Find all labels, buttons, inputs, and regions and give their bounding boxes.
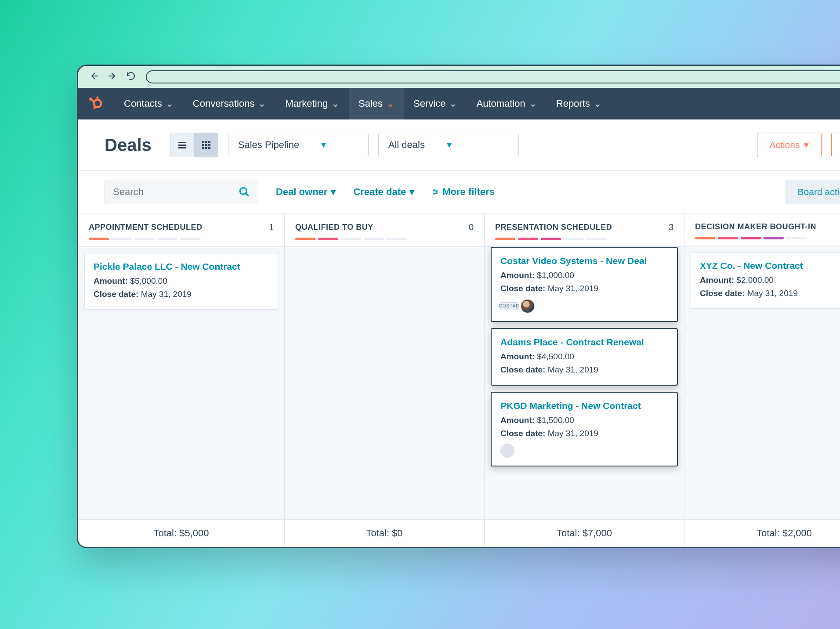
nav-item-conversations[interactable]: Conversations⌄	[183, 88, 276, 119]
nav-item-marketing[interactable]: Marketing⌄	[275, 88, 349, 119]
chevron-down-icon: ⌄	[594, 98, 601, 109]
deal-card[interactable]: Adams Place - Contract RenewalAmount: $4…	[491, 328, 678, 386]
column-title: QUALIFIED TO BUY	[295, 223, 373, 232]
svg-point-20	[434, 190, 435, 191]
chevron-down-icon: ⌄	[331, 98, 339, 109]
column-title: APPOINTMENT SCHEDULED	[89, 223, 203, 232]
column-body[interactable]: XYZ Co. - New ContractAmount: $2,000.00C…	[684, 246, 840, 519]
pipeline-column: PRESENTATION SCHEDULED3Costar Video Syst…	[485, 213, 684, 547]
nav-item-reports[interactable]: Reports⌄	[547, 88, 611, 119]
deal-card[interactable]: Costar Video Systems - New DealAmount: $…	[491, 247, 678, 322]
deal-card[interactable]: Pickle Palace LLC - New ContractAmount: …	[84, 253, 278, 310]
column-count: 3	[669, 222, 673, 232]
back-icon[interactable]	[89, 71, 99, 83]
nav-label: Automation	[476, 98, 525, 109]
pipeline-column: DECISION MAKER BOUGHT-INXYZ Co. - New Co…	[684, 213, 840, 547]
pipeline-column: APPOINTMENT SCHEDULED1Pickle Palace LLC …	[78, 213, 285, 547]
deal-amount: Amount: $5,000.00	[94, 275, 269, 288]
board-actions-button[interactable]: Board actions ▾	[786, 180, 840, 204]
nav-item-contacts[interactable]: Contacts⌄	[114, 88, 183, 119]
search-input[interactable]	[113, 186, 239, 198]
chevron-down-icon: ⌄	[166, 98, 174, 109]
view-switch	[170, 133, 218, 157]
pipeline-label: Sales Pipeline	[238, 139, 299, 151]
hubspot-logo-icon[interactable]	[87, 95, 102, 112]
nav-label: Service	[413, 98, 445, 109]
column-body[interactable]: Costar Video Systems - New DealAmount: $…	[485, 247, 684, 519]
board-actions-label: Board actions	[798, 187, 840, 197]
refresh-icon[interactable]	[126, 71, 136, 83]
nav-label: Contacts	[124, 98, 162, 109]
deal-name: Costar Video Systems - New Deal	[500, 256, 668, 266]
nav-label: Conversations	[193, 98, 255, 109]
chevron-down-icon: ▾	[804, 140, 809, 150]
stage-progress	[89, 238, 274, 240]
svg-point-3	[93, 107, 95, 109]
search-input-wrapper	[105, 180, 258, 204]
pipeline-dropdown[interactable]: Sales Pipeline ▾	[228, 133, 369, 157]
column-body[interactable]: Pickle Palace LLC - New ContractAmount: …	[78, 247, 284, 519]
stage-progress	[695, 237, 840, 239]
list-view-button[interactable]	[170, 133, 194, 157]
deal-amount: Amount: $1,500.00	[500, 414, 668, 427]
nav-item-sales[interactable]: Sales⌄	[349, 88, 404, 119]
chevron-down-icon: ▾	[321, 139, 326, 151]
column-total: Total: $2,000	[684, 519, 840, 547]
column-body[interactable]	[285, 247, 484, 519]
avatar	[521, 299, 535, 313]
create-date-label: Create date	[353, 186, 406, 198]
svg-point-19	[240, 188, 246, 194]
column-count: 1	[269, 222, 274, 232]
chevron-down-icon: ▾	[331, 186, 336, 198]
deal-name: Pickle Palace LLC - New Contract	[94, 261, 269, 272]
filter-bar: Deal owner ▾ Create date ▾ More filters …	[78, 171, 840, 213]
column-header: APPOINTMENT SCHEDULED1	[78, 213, 284, 247]
deal-name: Adams Place - Contract Renewal	[500, 337, 668, 347]
column-total: Total: $5,000	[78, 519, 284, 547]
more-filters[interactable]: More filters	[432, 186, 495, 198]
nav-item-automation[interactable]: Automation⌄	[467, 88, 546, 119]
deal-close-date: Close date: May 31, 2019	[700, 287, 840, 300]
deal-close-date: Close date: May 31, 2019	[500, 282, 668, 295]
column-header: DECISION MAKER BOUGHT-IN	[684, 213, 840, 246]
create-date-filter[interactable]: Create date ▾	[353, 186, 414, 198]
toolbar: Deals Sales Pipeline ▾ All deals ▾ Actio…	[78, 119, 840, 171]
column-title: DECISION MAKER BOUGHT-IN	[695, 222, 816, 231]
nav-item-service[interactable]: Service⌄	[404, 88, 467, 119]
forward-icon[interactable]	[107, 71, 118, 83]
company-logo-icon: COSTAR	[500, 302, 518, 310]
column-total: Total: $7,000	[485, 519, 684, 547]
address-bar[interactable]	[146, 70, 840, 83]
svg-rect-18	[208, 147, 210, 149]
column-total: Total: $0	[285, 519, 484, 547]
deal-amount: Amount: $2,000.00	[700, 274, 840, 287]
nav-label: Sales	[358, 98, 383, 109]
board: APPOINTMENT SCHEDULED1Pickle Palace LLC …	[78, 213, 840, 547]
stage-progress	[495, 238, 673, 240]
svg-point-22	[434, 193, 436, 195]
deal-amount: Amount: $1,000.00	[500, 269, 668, 282]
deal-close-date: Close date: May 31, 2019	[500, 363, 668, 376]
svg-rect-10	[202, 141, 204, 143]
board-view-button[interactable]	[194, 133, 218, 157]
deal-filter-dropdown[interactable]: All deals ▾	[378, 133, 519, 157]
column-header: QUALIFIED TO BUY0	[285, 213, 484, 247]
deal-amount: Amount: $4,500.00	[500, 350, 668, 363]
deal-card[interactable]: XYZ Co. - New ContractAmount: $2,000.00C…	[691, 252, 840, 309]
column-header: PRESENTATION SCHEDULED3	[485, 213, 684, 247]
deal-owner-label: Deal owner	[276, 186, 327, 198]
svg-rect-11	[205, 141, 207, 143]
chevron-down-icon: ▾	[409, 186, 414, 198]
deal-card[interactable]: PKGD Marketing - New ContractAmount: $1,…	[491, 392, 678, 467]
svg-rect-7	[178, 142, 186, 143]
column-count: 0	[469, 222, 474, 232]
actions-button[interactable]: Actions ▾	[757, 133, 822, 157]
top-nav: Contacts⌄Conversations⌄Marketing⌄Sales⌄S…	[78, 88, 840, 119]
chevron-down-icon: ▾	[447, 139, 452, 151]
deal-owner-filter[interactable]: Deal owner ▾	[276, 186, 336, 198]
app-window: Contacts⌄Conversations⌄Marketing⌄Sales⌄S…	[77, 65, 840, 548]
svg-rect-8	[178, 145, 186, 146]
deal-name: XYZ Co. - New Contract	[700, 260, 840, 271]
actions-label: Actions	[770, 140, 800, 150]
import-button[interactable]: Import	[831, 133, 840, 157]
